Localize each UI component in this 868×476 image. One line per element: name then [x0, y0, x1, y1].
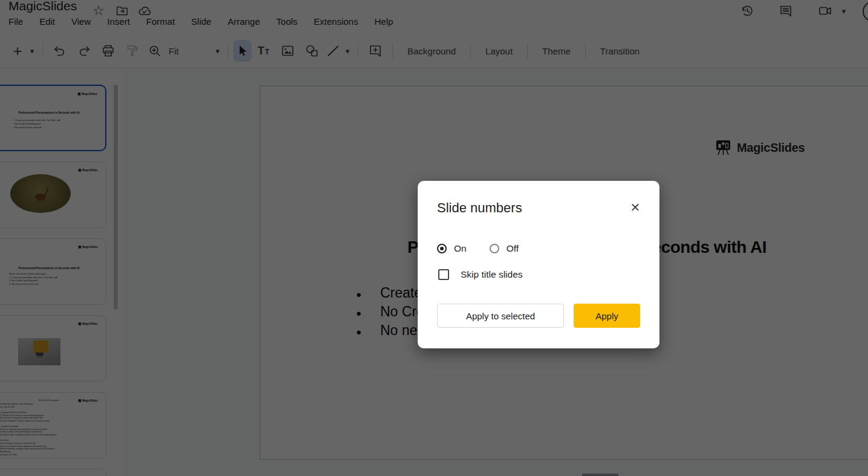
radio-on-icon[interactable] [437, 244, 447, 253]
apply-to-selected-button[interactable]: Apply to selected [437, 304, 564, 328]
slide-numbers-radio-group: On Off [437, 243, 519, 254]
skip-title-slides-checkbox[interactable] [438, 269, 449, 280]
radio-on-label: On [454, 243, 467, 254]
radio-off-label: Off [507, 243, 519, 254]
close-icon[interactable]: ✕ [628, 200, 643, 215]
skip-title-slides-option[interactable]: Skip title slides [438, 269, 523, 280]
radio-off-option[interactable]: Off [490, 243, 519, 254]
dialog-title: Slide numbers [437, 200, 522, 216]
radio-off-icon[interactable] [490, 244, 499, 253]
skip-title-slides-label: Skip title slides [461, 269, 523, 280]
apply-button[interactable]: Apply [574, 304, 640, 328]
dialog-actions: Apply to selected Apply [437, 304, 640, 328]
radio-on-option[interactable]: On [437, 243, 467, 254]
slide-numbers-dialog: Slide numbers ✕ On Off Skip title slides… [418, 181, 659, 348]
